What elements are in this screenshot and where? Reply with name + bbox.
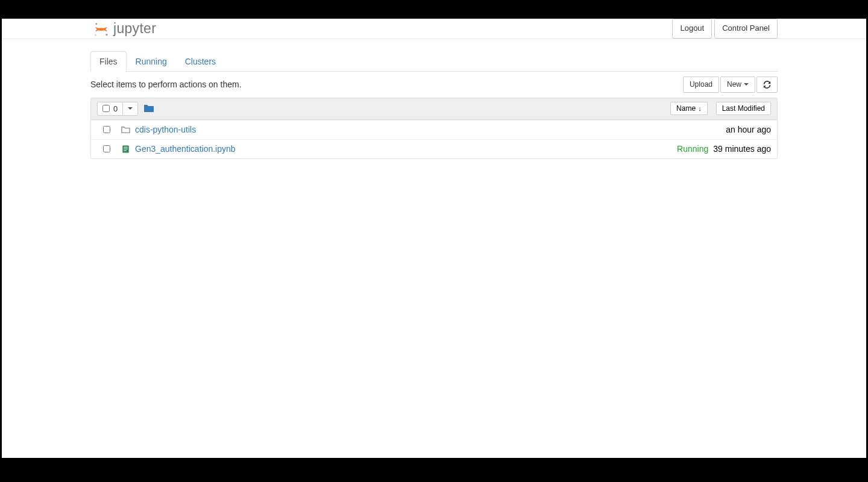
svg-point-2 — [95, 34, 96, 36]
refresh-button[interactable] — [756, 77, 778, 93]
new-dropdown-button[interactable]: New — [720, 77, 755, 93]
main-tabs: Files Running Clusters — [90, 39, 778, 72]
arrow-down-icon: ↓ — [698, 105, 702, 112]
selected-count: 0 — [113, 104, 118, 113]
table-row: Gen3_authentication.ipynb Running 39 min… — [91, 139, 777, 158]
item-modified: 39 minutes ago — [713, 144, 771, 154]
table-row: cdis-python-utils an hour ago — [91, 120, 777, 139]
item-status: Running — [677, 144, 708, 154]
tab-files[interactable]: Files — [90, 51, 127, 72]
sort-modified-button[interactable]: Last Modified — [716, 102, 771, 115]
select-all-dropdown[interactable] — [123, 102, 138, 116]
svg-rect-4 — [124, 147, 128, 148]
control-panel-button[interactable]: Control Panel — [714, 19, 778, 38]
folder-icon — [144, 104, 154, 113]
logout-button[interactable]: Logout — [672, 19, 712, 38]
sort-name-button[interactable]: Name ↓ — [670, 102, 708, 115]
action-row: Select items to perform actions on them.… — [90, 72, 778, 96]
row-checkbox[interactable] — [103, 126, 110, 133]
instructions-text: Select items to perform actions on them. — [90, 80, 242, 89]
app-header: jupyter Logout Control Panel — [2, 19, 866, 39]
caret-down-icon — [744, 83, 749, 86]
upload-button[interactable]: Upload — [683, 77, 719, 93]
select-all-box[interactable]: 0 — [97, 102, 123, 116]
tab-running[interactable]: Running — [127, 51, 176, 72]
item-modified: an hour ago — [726, 125, 771, 134]
svg-rect-6 — [124, 150, 127, 151]
jupyter-logo-icon — [93, 20, 110, 37]
file-list-panel: 0 Name ↓ — [90, 98, 778, 159]
notebook-icon — [121, 145, 131, 154]
item-name-link[interactable]: cdis-python-utils — [135, 125, 196, 134]
sort-name-label: Name — [676, 104, 696, 113]
breadcrumb-root[interactable] — [144, 104, 154, 113]
row-checkbox[interactable] — [103, 145, 110, 152]
caret-down-icon — [128, 107, 133, 110]
refresh-icon — [763, 81, 771, 89]
item-name-link[interactable]: Gen3_authentication.ipynb — [135, 144, 236, 154]
svg-rect-5 — [124, 148, 128, 149]
file-list-header: 0 Name ↓ — [91, 98, 777, 120]
tab-clusters[interactable]: Clusters — [176, 51, 225, 72]
jupyter-logo-text: jupyter — [113, 20, 156, 37]
svg-point-0 — [95, 23, 97, 25]
jupyter-logo[interactable]: jupyter — [90, 20, 156, 37]
select-all-checkbox[interactable] — [102, 105, 110, 112]
svg-point-1 — [105, 33, 107, 35]
folder-outline-icon — [121, 125, 131, 134]
new-dropdown-label: New — [727, 80, 741, 90]
